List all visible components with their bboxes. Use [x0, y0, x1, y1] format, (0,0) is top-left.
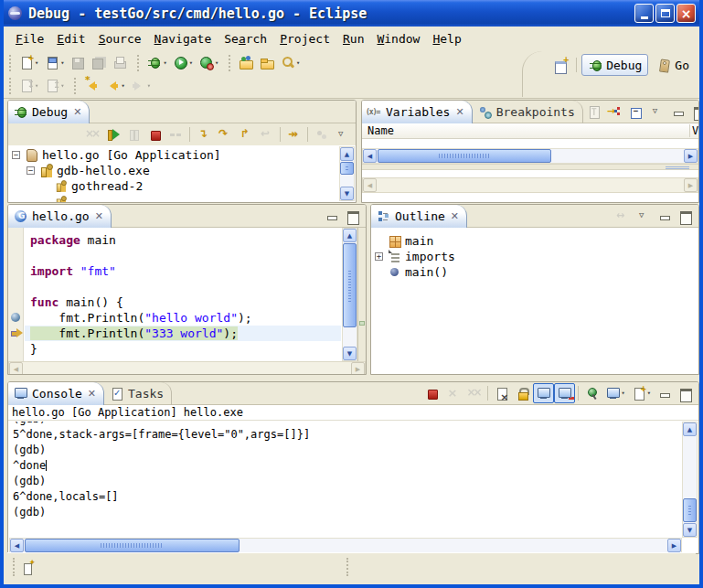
close-tab-icon[interactable]: ✕	[73, 106, 81, 118]
dropdown-arrow-icon[interactable]: ▾	[215, 59, 218, 67]
show-logical-structure-button[interactable]	[604, 102, 625, 122]
search-button[interactable]: ▾	[277, 53, 303, 73]
code-line[interactable]: }	[25, 341, 341, 357]
tree-item[interactable]: −hello.go [Go Application]	[12, 147, 356, 163]
terminate-button[interactable]	[144, 124, 165, 144]
code-line[interactable]: func main() {	[25, 294, 341, 310]
tab-outline[interactable]: Outline✕	[371, 205, 467, 228]
open-console-button[interactable]: ▾	[628, 383, 654, 403]
open-folder-button[interactable]	[256, 53, 277, 73]
scroll-right-arrow[interactable]: ▶	[684, 149, 698, 163]
step-return-button[interactable]	[235, 124, 256, 144]
scrollbar-thumb[interactable]	[340, 162, 354, 175]
dropdown-arrow-icon[interactable]: ▾	[60, 59, 64, 67]
editor-body[interactable]: package mainimport "fmt"func main() { fm…	[8, 228, 366, 361]
scroll-left-arrow[interactable]: ◀	[363, 149, 377, 163]
menu-help[interactable]: Help	[426, 29, 467, 48]
breakpoint-icon[interactable]	[11, 313, 20, 322]
overview-ruler[interactable]	[357, 228, 366, 361]
variables-empty-row[interactable]	[362, 139, 698, 148]
external-tools-button[interactable]: ▾	[196, 53, 221, 73]
dropdown-arrow-icon[interactable]: ▾	[622, 390, 625, 397]
tab-breakpoints[interactable]: Breakpoints	[473, 101, 583, 123]
terminate-button[interactable]	[421, 383, 442, 403]
close-tab-icon[interactable]: ✕	[455, 106, 463, 118]
menu-project[interactable]: Project	[273, 29, 336, 48]
scrollbar-thumb[interactable]	[25, 539, 240, 552]
tree-item[interactable]: gothread-2	[12, 178, 356, 194]
scroll-right-arrow[interactable]: ▶	[667, 539, 681, 552]
scroll-left-arrow[interactable]: ◀	[10, 539, 24, 552]
dropdown-arrow-icon[interactable]: ▾	[647, 390, 651, 397]
new-view-wizard-button[interactable]: ▾	[41, 53, 67, 73]
menu-run[interactable]: Run	[336, 29, 370, 48]
scroll-down-arrow[interactable]: ▼	[340, 187, 354, 200]
perspective-debug[interactable]: Debug	[581, 54, 648, 76]
minimize-button[interactable]	[654, 383, 675, 403]
variables-detail-pane[interactable]	[362, 170, 698, 177]
scrollbar-thumb[interactable]	[378, 149, 551, 163]
maximize-button[interactable]	[675, 206, 696, 226]
menu-navigate[interactable]: Navigate	[148, 29, 218, 48]
dropdown-arrow-icon[interactable]: ▾	[121, 82, 124, 90]
editor-vertical-scrollbar[interactable]: ▲ ▼	[342, 228, 357, 361]
maximize-button[interactable]	[675, 383, 696, 403]
variables-column-header[interactable]: Name V	[362, 123, 698, 139]
open-perspective-button[interactable]	[550, 55, 571, 75]
close-tab-icon[interactable]: ✕	[95, 210, 103, 222]
minimize-button[interactable]	[321, 206, 342, 226]
collapse-icon[interactable]: −	[27, 166, 35, 175]
menu-edit[interactable]: Edit	[50, 29, 91, 48]
show-stderr-button[interactable]	[554, 383, 575, 403]
code-line[interactable]: import "fmt"	[25, 263, 341, 279]
fast-view-icon[interactable]	[20, 560, 36, 575]
code-line[interactable]	[25, 279, 341, 294]
close-tab-icon[interactable]: ✕	[88, 388, 96, 400]
tab-debug[interactable]: Debug✕	[8, 101, 90, 123]
show-stdout-button[interactable]	[533, 383, 554, 403]
scroll-up-arrow[interactable]: ▲	[340, 147, 354, 161]
console-vertical-scrollbar[interactable]: ▲ ▼	[682, 422, 698, 538]
tree-item[interactable]: main	[375, 233, 698, 249]
open-task-button[interactable]	[235, 53, 256, 73]
tab-hello-go[interactable]: hello.go✕	[8, 205, 112, 228]
menu-search[interactable]: Search	[218, 29, 273, 48]
value-column-header[interactable]: V	[689, 124, 698, 137]
tab-tasks[interactable]: Tasks	[104, 382, 172, 405]
current-line-marker[interactable]	[359, 321, 365, 326]
code-line[interactable]: package main	[25, 232, 341, 248]
variables-horizontal-scrollbar[interactable]: ◀ ▶	[362, 148, 698, 164]
clear-console-button[interactable]	[491, 383, 512, 403]
maximize-window-button[interactable]	[655, 4, 675, 23]
display-console-button[interactable]: ▾	[602, 383, 628, 403]
last-edit-button[interactable]: *	[80, 76, 101, 96]
menu-file[interactable]: File	[9, 29, 50, 48]
step-filters-button[interactable]	[283, 124, 304, 144]
close-tab-icon[interactable]: ✕	[451, 210, 459, 222]
menu-window[interactable]: Window	[370, 29, 426, 48]
collapse-all-button[interactable]	[625, 102, 646, 122]
scroll-down-arrow[interactable]: ▼	[343, 347, 357, 360]
code-line[interactable]: fmt.Println("hello world");	[25, 310, 341, 326]
variables-detail-sash[interactable]	[362, 164, 698, 170]
name-column-header[interactable]: Name	[362, 124, 689, 137]
code-area[interactable]: package mainimport "fmt"func main() { fm…	[25, 228, 341, 361]
new-wizard-button[interactable]: ▾	[16, 53, 41, 73]
scroll-lock-button[interactable]	[512, 383, 533, 403]
back-button[interactable]: ▾	[101, 76, 127, 96]
scroll-up-arrow[interactable]: ▲	[683, 422, 697, 436]
tab-variables[interactable]: Variables✕	[362, 101, 473, 123]
tree-item[interactable]: −gdb-hello.exe	[12, 163, 356, 178]
tree-item-partial[interactable]	[12, 194, 356, 202]
tree-item[interactable]: +imports	[375, 249, 698, 264]
perspective-go[interactable]: Go	[650, 54, 696, 76]
code-line[interactable]	[25, 248, 341, 263]
step-over-button[interactable]	[214, 124, 235, 144]
scroll-down-arrow[interactable]: ▼	[683, 523, 697, 537]
view-menu-button[interactable]	[332, 124, 353, 144]
minimize-window-button[interactable]	[634, 4, 654, 23]
pin-console-button[interactable]	[581, 383, 602, 403]
dropdown-arrow-icon[interactable]: ▾	[163, 59, 166, 67]
console-horizontal-scrollbar[interactable]: ◀ ▶	[9, 538, 682, 553]
maximize-button[interactable]	[342, 206, 363, 226]
